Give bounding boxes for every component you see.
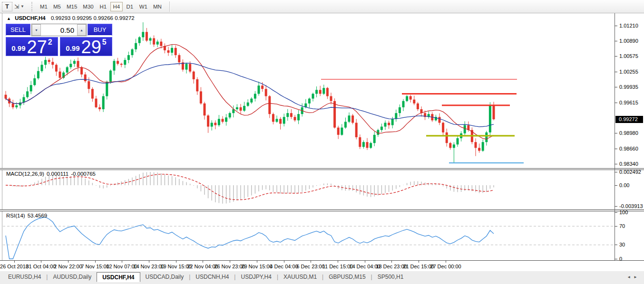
timeframe-button-M5[interactable]: M5 [51,2,63,11]
timeframe-button-W1[interactable]: W1 [137,2,150,11]
text-tool-button[interactable]: T [2,2,12,11]
price-axis-tick-mark [615,72,617,72]
volume-spinner: ▼ ▲ [31,24,87,36]
toolbar-separator [169,1,170,12]
date-label: 4 Dec 04:00 [270,264,298,269]
chart-tab-USDJPY-H4[interactable]: USDJPY,H4 [235,272,276,282]
date-tick [68,261,68,263]
date-tick [419,261,419,263]
chart-tab-AUDUSD-Daily[interactable]: AUDUSD,Daily [48,272,97,282]
date-tick [365,261,365,263]
sell-price-box[interactable]: 0.99 27 2 [6,37,58,56]
price-axis-label: 0.99935 [619,84,638,90]
date-tick [446,261,446,263]
mt4-window: T ⇲ ▼ M1M5M15M30H1H4D1W1MN ▲ USDCHF,H4 0… [0,0,644,284]
price-axis-label: 1.00575 [619,53,638,59]
one-click-trading-panel: SELL ▼ ▲ BUY 0.99 27 2 0.99 29 5 [6,24,112,56]
pane-splitter[interactable] [0,168,644,170]
symbol-period-label: USDCHF,H4 [15,15,46,21]
timeframe-button-M1[interactable]: M1 [38,2,50,11]
rsi-axis-tick-mark [615,212,617,213]
price-axis-label: 0.98340 [619,161,638,167]
date-tick [176,261,176,263]
timeframe-button-M30[interactable]: M30 [80,2,96,11]
rsi-axis-tick-mark [615,259,617,259]
arrows-icon: ⇲ [14,3,20,10]
date-label: 29 Nov 15:00 [241,264,272,269]
chart-tab-XAUUSD-M1[interactable]: XAUUSD,M1 [278,272,322,282]
macd-axis-tick-mark [615,206,617,207]
timeframe-button-MN[interactable]: MN [151,2,164,11]
date-tick [257,261,257,263]
date-label: 22 Nov 04:00 [187,264,218,269]
volume-increase-button[interactable]: ▲ [77,24,86,36]
date-tick [14,261,15,263]
date-axis[interactable]: 26 Oct 201831 Oct 04:002 Nov 22:007 Nov … [0,260,644,271]
pane-splitter[interactable] [0,209,644,211]
price-axis-label: 1.00255 [619,69,638,75]
scroll-right-icon: ► [634,275,640,279]
macd-axis-label: -0.003913 [619,203,643,209]
rsi-axis-label: 100 [619,209,628,215]
collapse-panel-icon[interactable]: ▲ [7,16,11,21]
buy-price-sup: 5 [102,38,107,47]
chart-tab-GBPUSD-M15[interactable]: GBPUSD,M15 [323,272,371,282]
chart-tab-USDCNH-H4[interactable]: USDCNH,H4 [190,272,234,282]
price-axis-label: 0.98660 [619,146,638,151]
rsi-axis-tick-mark [615,245,617,245]
chart-tab-USDCAD-Daily[interactable]: USDCAD,Daily [140,272,189,282]
date-label: 31 Oct 04:00 [26,264,56,269]
sell-button[interactable]: SELL [6,24,30,36]
date-label: 2 Nov 22:00 [54,264,82,269]
timeframe-button-H4[interactable]: H4 [110,2,123,11]
sell-price-big: 27 [27,40,47,54]
chart-tab-EURUSD-H4[interactable]: EURUSD,H4 [3,272,46,282]
chart-tab-bar: EURUSD,H4|AUDUSD,DailyUSDCHF,H4USDCAD,Da… [0,271,644,284]
chart-tab-SP500-H1[interactable]: SP500,H1 [372,272,409,282]
date-label: 18 Dec 23:00 [376,264,407,269]
current-price-tag: 0.99272 [615,116,643,123]
date-tick [311,261,311,263]
price-axis-tick-mark [615,133,617,133]
price-axis-label: 0.99615 [619,100,638,105]
date-label: 21 Dec 15:00 [403,264,434,269]
price-axis-tick-mark [615,26,617,26]
rsi-axis-tick-mark [615,226,617,227]
rsi-axis-label: 0 [619,256,622,262]
date-tick [95,261,96,263]
macd-indicator-label: MACD(12,26,9)0.000111-0.000765 [6,171,98,177]
date-label: 27 Dec 00:00 [430,264,461,269]
date-tick [122,261,122,263]
price-axis-tick-mark [615,149,617,149]
buy-button[interactable]: BUY [88,24,112,36]
rsi-indicator-label: RSI(14)53.4569 [6,213,49,218]
price-axis-label: 1.00890 [619,38,638,44]
timeframe-button-H1[interactable]: H1 [97,2,109,11]
price-axis-tick-mark [615,87,617,87]
timeframe-button-D1[interactable]: D1 [124,2,136,11]
volume-decrease-button[interactable]: ▼ [32,24,41,36]
buy-price-box[interactable]: 0.99 29 5 [60,37,112,56]
macd-axis-label: 0.002492 [619,169,641,175]
price-axis-label: 1.01210 [619,23,638,28]
macd-axis-label: 0.00 [619,182,629,188]
toolbar-grip[interactable] [31,2,33,11]
arrows-tool-button[interactable]: ⇲ ▼ [12,2,27,11]
scroll-left-icon: ◄ [627,275,634,279]
date-tick [338,261,338,263]
tab-scroll-arrows[interactable]: ◄► [627,275,640,279]
date-label: 12 Nov 07:00 [106,264,137,269]
price-axis-tick-mark [615,164,617,164]
price-axis-tick-mark [615,41,617,41]
toolbar: T ⇲ ▼ M1M5M15M30H1H4D1W1MN [0,0,644,13]
ohlc-values: 0.99293 0.99295 0.99266 0.99272 [51,15,135,21]
timeframe-button-M15[interactable]: M15 [64,2,79,11]
rsi-pane[interactable] [0,211,644,260]
volume-input[interactable] [41,24,77,36]
chart-tab-USDCHF-H4[interactable]: USDCHF,H4 [97,272,140,282]
price-axis-tick-mark [615,56,617,57]
rsi-axis-label: 30 [619,242,625,247]
date-label: 11 Dec 15:00 [322,264,353,269]
date-tick [230,261,230,263]
date-label: 6 Dec 23:00 [296,264,324,269]
